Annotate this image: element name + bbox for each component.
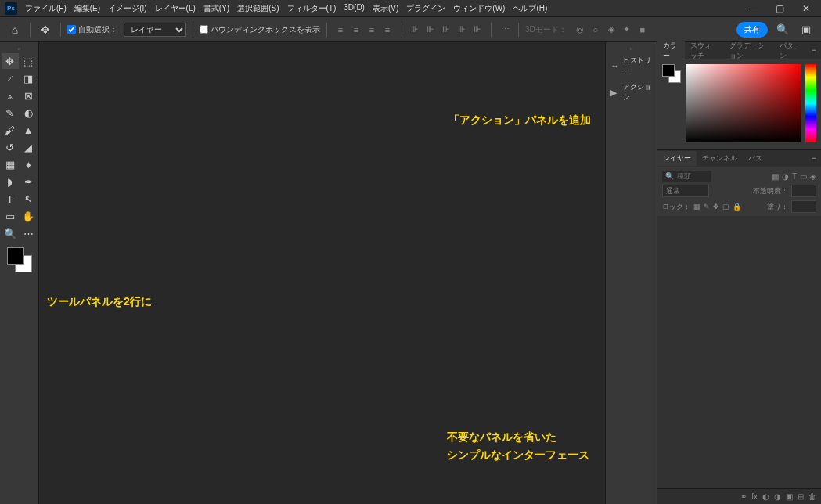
move-tool-icon[interactable]: ✥	[37, 21, 54, 38]
adjustment-layer-icon[interactable]: ◑	[774, 492, 781, 501]
color-panel-menu-icon[interactable]: ≡	[807, 46, 821, 55]
color-mini-swatches[interactable]	[662, 64, 681, 83]
close-button[interactable]: ✕	[796, 2, 816, 16]
menu-window[interactable]: ウィンドウ(W)	[450, 2, 508, 16]
right-panels: カラー スウォッチ グラデーション パターン ≡ レイヤー チャンネル パス ≡	[657, 42, 821, 504]
filter-pixel-icon[interactable]: ▦	[772, 172, 779, 181]
distribute-1-icon[interactable]: ⊪	[408, 23, 422, 37]
menu-select[interactable]: 選択範囲(S)	[234, 2, 282, 16]
3d-icon-2[interactable]: ○	[589, 23, 603, 37]
fill-input[interactable]	[791, 200, 816, 213]
home-button[interactable]: ⌂	[6, 21, 23, 38]
maximize-button[interactable]: ▢	[769, 2, 790, 16]
opacity-input[interactable]	[791, 185, 816, 197]
history-tab[interactable]: ↔ヒストリー	[606, 53, 657, 78]
align-more-icon[interactable]: ≡	[380, 23, 394, 37]
rectangle-tool[interactable]: ▭	[2, 208, 19, 224]
more-options-icon[interactable]: ⋯	[498, 23, 512, 37]
filter-shape-icon[interactable]: ▭	[800, 172, 807, 181]
lasso-tool[interactable]: ⟋	[2, 70, 19, 86]
eyedropper-tool[interactable]: ✎	[2, 105, 19, 121]
menu-bar: ファイル(F) 編集(E) イメージ(I) レイヤー(L) 書式(Y) 選択範囲…	[22, 2, 550, 16]
align-left-icon[interactable]: ≡	[333, 23, 347, 37]
pen-tool[interactable]: ✒	[20, 174, 38, 189]
menu-image[interactable]: イメージ(I)	[105, 2, 149, 16]
collapsed-handle[interactable]: »	[606, 45, 657, 52]
menu-view[interactable]: 表示(V)	[369, 2, 401, 16]
edit-toolbar[interactable]: ⋯	[20, 225, 38, 241]
eraser-tool[interactable]: ◢	[20, 139, 38, 155]
stamp-tool[interactable]: ▲	[20, 122, 38, 138]
object-select-tool[interactable]: ◨	[20, 70, 38, 86]
hue-slider[interactable]	[805, 64, 816, 142]
gradient-tool[interactable]: ▦	[2, 157, 19, 172]
tab-paths[interactable]: パス	[743, 151, 768, 166]
menu-file[interactable]: ファイル(F)	[22, 2, 70, 16]
toolbox-handle[interactable]: «	[2, 45, 37, 52]
auto-select-target[interactable]: レイヤー	[124, 23, 186, 37]
workspace-icon[interactable]: ▣	[798, 21, 815, 38]
color-field[interactable]	[686, 64, 801, 142]
type-tool[interactable]: T	[2, 191, 19, 207]
marquee-tool[interactable]: ⬚	[20, 53, 38, 69]
healing-tool[interactable]: ◐	[20, 105, 38, 121]
filter-adjust-icon[interactable]: ◑	[782, 172, 789, 181]
layer-filter[interactable]: 🔍	[662, 171, 711, 182]
blur-tool[interactable]: ♦	[20, 157, 38, 172]
distribute-3-icon[interactable]: ⊪	[439, 23, 453, 37]
lock-all-icon[interactable]: 🔒	[733, 203, 741, 211]
path-select-tool[interactable]: ↖	[20, 191, 38, 207]
menu-layer[interactable]: レイヤー(L)	[152, 2, 199, 16]
foreground-color[interactable]	[7, 247, 24, 265]
group-icon[interactable]: ▣	[786, 492, 793, 501]
lock-pixels-icon[interactable]: ▦	[693, 203, 700, 211]
menu-plugin[interactable]: プラグイン	[403, 2, 448, 16]
color-swatches[interactable]	[7, 247, 32, 272]
auto-select-checkbox[interactable]: 自動選択：	[67, 24, 117, 35]
menu-help[interactable]: ヘルプ(H)	[510, 2, 550, 16]
layer-filter-input[interactable]	[677, 172, 708, 180]
tab-layers[interactable]: レイヤー	[657, 151, 697, 166]
menu-type[interactable]: 書式(Y)	[200, 2, 232, 16]
mini-foreground[interactable]	[662, 64, 675, 77]
3d-icon-5[interactable]: ■	[636, 23, 650, 37]
search-icon[interactable]: 🔍	[774, 21, 791, 38]
crop-tool[interactable]: ⟁	[2, 88, 19, 103]
menu-3d[interactable]: 3D(D)	[340, 2, 368, 16]
3d-icon-4[interactable]: ✦	[620, 23, 634, 37]
tab-channels[interactable]: チャンネル	[697, 151, 743, 166]
layer-mask-icon[interactable]: ◐	[762, 492, 769, 501]
history-brush-tool[interactable]: ↺	[2, 139, 19, 155]
minimize-button[interactable]: —	[743, 2, 763, 16]
lock-position-icon[interactable]: ✎	[704, 203, 710, 211]
distribute-4-icon[interactable]: ⊪	[455, 23, 469, 37]
distribute-2-icon[interactable]: ⊪	[423, 23, 438, 37]
filter-type-icon[interactable]: T	[792, 172, 797, 181]
action-tab[interactable]: ▶アクション	[606, 80, 657, 105]
distribute-5-icon[interactable]: ⊪	[470, 23, 484, 37]
new-layer-icon[interactable]: ⊞	[798, 492, 804, 501]
align-center-icon[interactable]: ≡	[349, 23, 363, 37]
filter-smart-icon[interactable]: ◈	[810, 172, 816, 181]
hand-tool[interactable]: ✋	[20, 208, 38, 224]
layer-fx-icon[interactable]: fx	[751, 492, 758, 501]
3d-icon-3[interactable]: ◈	[604, 23, 618, 37]
color-panel-tabs: カラー スウォッチ グラデーション パターン ≡	[657, 42, 821, 59]
blend-mode-select[interactable]	[662, 185, 709, 197]
lock-move-icon[interactable]: ✥	[713, 203, 719, 211]
zoom-tool[interactable]: 🔍	[2, 225, 19, 241]
menu-edit[interactable]: 編集(E)	[71, 2, 103, 16]
3d-icon-1[interactable]: ◎	[573, 23, 587, 37]
move-tool[interactable]: ✥	[2, 53, 19, 69]
bbox-checkbox[interactable]: バウンディングボックスを表示	[200, 24, 320, 35]
brush-tool[interactable]: 🖌	[2, 122, 19, 138]
lock-artboard-icon[interactable]: ▢	[722, 203, 729, 211]
layers-panel-menu-icon[interactable]: ≡	[807, 154, 821, 163]
share-button[interactable]: 共有	[736, 22, 768, 38]
delete-layer-icon[interactable]: 🗑	[808, 492, 816, 501]
dodge-tool[interactable]: ◗	[2, 174, 19, 189]
frame-tool[interactable]: ⊠	[20, 88, 38, 103]
menu-filter[interactable]: フィルター(T)	[284, 2, 340, 16]
align-right-icon[interactable]: ≡	[365, 23, 379, 37]
link-layers-icon[interactable]: ⚭	[740, 492, 747, 501]
